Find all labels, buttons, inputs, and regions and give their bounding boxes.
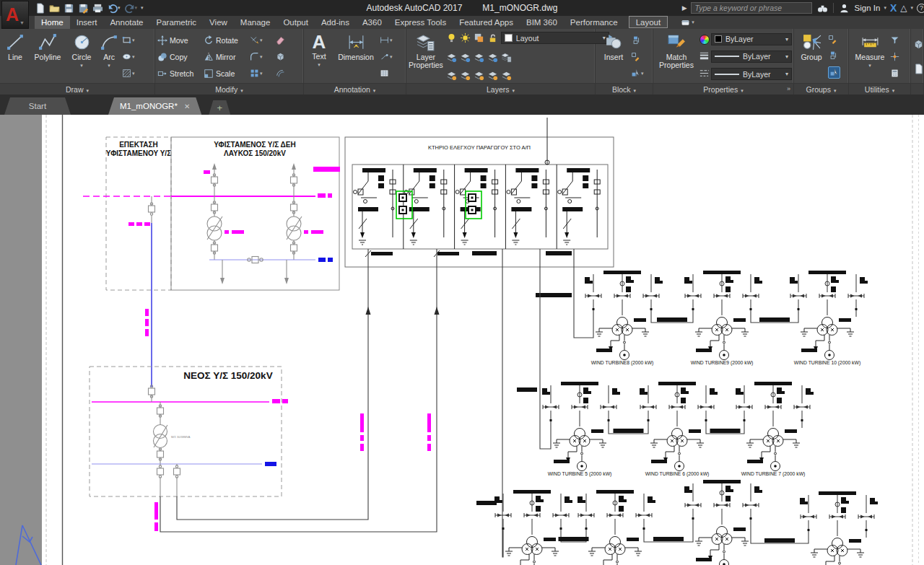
dialog-launcher-icon[interactable]: » xyxy=(787,85,790,92)
layer-properties-button[interactable]: Layer Properties xyxy=(409,30,443,83)
application-menu-button[interactable]: A▼ xyxy=(1,1,29,29)
layer-unlock-icon[interactable] xyxy=(487,52,498,63)
qat-customize-button[interactable]: ▾ xyxy=(139,1,145,15)
circle-button[interactable]: Circle xyxy=(67,30,96,83)
edit-attributes-button[interactable] xyxy=(631,52,644,61)
search-input[interactable] xyxy=(691,2,812,14)
insert-block-button[interactable]: Insert xyxy=(598,30,629,83)
save-as-button[interactable] xyxy=(77,1,90,15)
stretch-button[interactable]: Stretch xyxy=(157,69,202,79)
lineweight-icon[interactable] xyxy=(699,51,710,61)
ribbon-tab-output[interactable]: Output xyxy=(276,16,315,29)
layer-freeze-icon[interactable] xyxy=(474,70,484,81)
object-color-dropdown[interactable]: ByLayer▾ xyxy=(711,33,792,45)
ribbon-tab-manage[interactable]: Manage xyxy=(234,16,277,29)
color-wheel-icon[interactable] xyxy=(699,35,710,45)
table-button[interactable] xyxy=(380,69,393,78)
layer-previous-icon[interactable] xyxy=(474,52,484,63)
panel-foot-groups[interactable]: Groups xyxy=(794,83,848,95)
layout-viewport[interactable]: ΕΠΕΚΤΑΣΗ ΥΦΙΣΤΑΜΕΝΟΥ Υ/Σ ΥΦΙΣΤΑΜΕΝΟΣ Υ/Σ… xyxy=(0,115,924,565)
explode-button[interactable] xyxy=(276,52,295,61)
array-button[interactable]: ▾ xyxy=(250,69,274,78)
block-editor-button[interactable]: ▾ xyxy=(631,69,644,78)
ribbon-tab-add-ins[interactable]: Add-ins xyxy=(315,16,356,29)
panel-foot-properties[interactable]: Properties» xyxy=(653,83,793,95)
panel-foot-block[interactable]: Block xyxy=(596,83,653,95)
polyline-button[interactable]: Polyline xyxy=(30,30,66,83)
ungroup-button[interactable] xyxy=(828,51,840,60)
undo-button[interactable]: ▾ xyxy=(105,1,122,15)
layer-on-icon[interactable] xyxy=(446,32,457,43)
panel-foot-modify[interactable]: Modify xyxy=(155,83,303,95)
tab-document-active[interactable]: M1_mONOGR*✕ xyxy=(108,97,201,115)
arc-button[interactable]: Arc xyxy=(97,30,121,83)
layer-lock-icon[interactable] xyxy=(487,32,498,43)
layer-match-icon[interactable] xyxy=(460,52,471,63)
quick-select-button[interactable] xyxy=(890,35,899,45)
layer-off-icon[interactable] xyxy=(487,70,498,81)
linetype-dropdown[interactable]: ByLayer▾ xyxy=(711,68,792,80)
group-button[interactable]: Group xyxy=(796,30,827,83)
layer-make-current-icon[interactable] xyxy=(446,52,457,63)
trim-button[interactable]: ▾ xyxy=(250,35,274,45)
ribbon-tab-performance[interactable]: Performance xyxy=(564,16,624,29)
current-layer-dropdown[interactable]: Layout▾ xyxy=(501,32,609,44)
panel-foot-draw[interactable]: Draw xyxy=(0,83,154,95)
quick-calc-button[interactable] xyxy=(890,69,899,78)
ellipse-button[interactable]: ▾ xyxy=(122,52,135,61)
linetype-icon[interactable] xyxy=(699,68,710,79)
ribbon-tab-home[interactable]: Home xyxy=(35,16,70,29)
drawing-canvas[interactable]: ΕΠΕΚΤΑΣΗ ΥΦΙΣΤΑΜΕΝΟΥ Υ/Σ ΥΦΙΣΤΑΜΕΝΟΣ Υ/Σ… xyxy=(0,115,924,565)
open-file-button[interactable] xyxy=(48,1,61,15)
sign-in-button[interactable]: Sign In xyxy=(855,4,881,12)
close-icon[interactable]: ✕ xyxy=(184,102,190,110)
measure-button[interactable]: Measure xyxy=(851,30,889,83)
copy-button[interactable]: Copy xyxy=(157,52,202,62)
layer-state-icon[interactable] xyxy=(501,52,512,63)
layer-isolate-icon[interactable] xyxy=(474,32,484,43)
point-button[interactable] xyxy=(890,52,899,61)
layer-isolate2-icon[interactable] xyxy=(446,70,457,81)
save-button[interactable] xyxy=(62,1,76,15)
panel-foot-annotation[interactable]: Annotation xyxy=(304,83,406,95)
dimension-style-button[interactable]: ▾ xyxy=(380,35,393,45)
line-button[interactable]: Line xyxy=(2,30,28,83)
chevron-down-icon[interactable]: ▾ xyxy=(884,5,886,11)
leader-button[interactable]: ▾ xyxy=(380,52,393,61)
mirror-button[interactable]: Mirror xyxy=(204,52,248,62)
layer-merge-icon[interactable] xyxy=(501,70,512,81)
new-file-button[interactable] xyxy=(33,1,47,15)
rotate-button[interactable]: Rotate xyxy=(204,35,248,45)
group-selection-toggle[interactable] xyxy=(828,66,840,79)
search-button[interactable] xyxy=(816,1,829,15)
redo-button[interactable]: ▾ xyxy=(123,1,139,15)
offset-button[interactable] xyxy=(276,69,295,78)
create-block-button[interactable] xyxy=(631,35,644,45)
ribbon-tab-featured-apps[interactable]: Featured Apps xyxy=(453,16,520,29)
ribbon-tab-view[interactable]: View xyxy=(203,16,234,29)
dimension-button[interactable]: Dimension xyxy=(334,30,378,83)
match-properties-button[interactable]: Match Properties xyxy=(655,30,697,83)
rectangle-button[interactable]: ▾ xyxy=(122,35,135,45)
panel-foot-utilities[interactable]: Utilities xyxy=(849,83,910,95)
plot-button[interactable] xyxy=(91,1,105,15)
ribbon-tab-annotate[interactable]: Annotate xyxy=(103,16,149,29)
scale-button[interactable]: Scale xyxy=(204,69,248,79)
new-drawing-tab-button[interactable]: + xyxy=(209,100,230,115)
layer-unisolate-icon[interactable] xyxy=(460,70,471,81)
ribbon-tab-a360[interactable]: A360 xyxy=(356,16,388,29)
layer-thaw-icon[interactable] xyxy=(460,32,471,43)
ribbon-tab-bim-360[interactable]: BIM 360 xyxy=(520,16,564,29)
move-button[interactable]: Move xyxy=(157,35,202,45)
help-icon[interactable]: ? xyxy=(917,4,924,13)
ribbon-tab-layout[interactable]: Layout xyxy=(629,16,668,28)
erase-button[interactable] xyxy=(276,35,295,45)
ribbon-tab-parametric[interactable]: Parametric xyxy=(150,16,204,29)
fillet-button[interactable]: ▾ xyxy=(250,52,274,61)
exchange-apps-icon[interactable]: X xyxy=(890,2,897,14)
chevron-down-icon[interactable]: ▾ xyxy=(910,5,913,11)
text-button[interactable]: AText xyxy=(306,30,332,83)
a360-triangle-icon[interactable]: △ xyxy=(900,3,907,13)
search-arrow-icon[interactable]: ▶ xyxy=(682,4,687,12)
panel-foot-layers[interactable]: Layers xyxy=(406,83,595,95)
